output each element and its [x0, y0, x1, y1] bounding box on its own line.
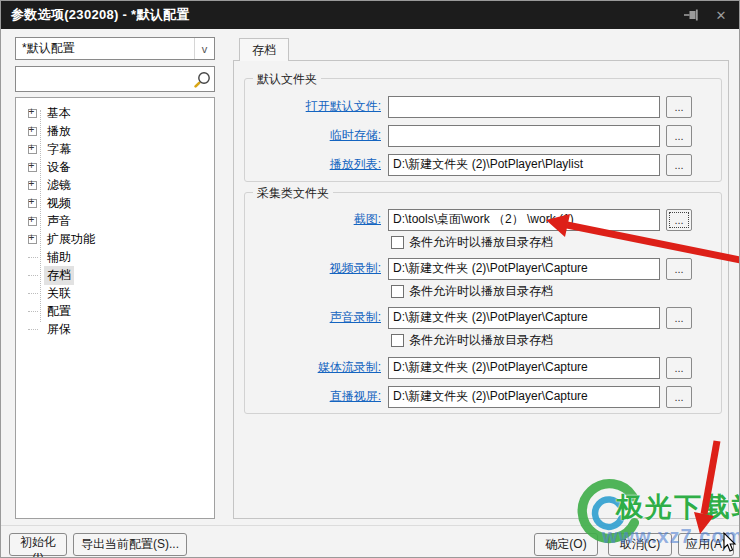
profile-dropdown-value: *默认配置 [16, 40, 194, 57]
cancel-button[interactable]: 取消(C) [608, 533, 672, 556]
archive-in-play-dir-checkbox[interactable] [391, 236, 404, 249]
tree-item-misc[interactable]: 辅助 [16, 248, 214, 266]
expand-plus-icon[interactable] [28, 235, 37, 244]
tab-storage[interactable]: 存档 [239, 38, 289, 61]
ok-button[interactable]: 确定(O) [534, 533, 598, 556]
tree-stub [28, 329, 38, 330]
tree-item-label: 设备 [44, 158, 74, 177]
tree-item-filters[interactable]: 滤镜 [16, 176, 214, 194]
open-default-file-input[interactable] [388, 96, 660, 118]
browse-button-live-screen[interactable]: ... [666, 386, 692, 408]
profile-dropdown[interactable]: *默认配置 v [15, 37, 215, 60]
audio-record-input[interactable] [388, 307, 660, 329]
chevron-down-icon: v [194, 38, 214, 59]
tree-item-label: 扩展功能 [44, 230, 98, 249]
archive-in-play-dir-checkbox[interactable] [391, 334, 404, 347]
pin-icon[interactable] [683, 7, 699, 23]
stream-record-link[interactable]: 媒体流录制: [245, 359, 381, 376]
browse-button-stream-record[interactable]: ... [666, 357, 692, 379]
expand-plus-icon[interactable] [28, 145, 37, 154]
screenshot-link[interactable]: 截图: [245, 211, 381, 228]
search-box [15, 66, 215, 92]
browse-button-screenshot[interactable]: ... [666, 209, 692, 231]
expand-plus-icon[interactable] [28, 109, 37, 118]
tree-stub [28, 311, 38, 312]
archive-in-play-dir-checkbox[interactable] [391, 285, 404, 298]
tree-stub [28, 257, 38, 258]
browse-button-video-record[interactable]: ... [666, 258, 692, 280]
tree-item-label: 辅助 [44, 248, 74, 267]
playlist-input[interactable] [388, 154, 660, 176]
tree-stub [28, 275, 38, 276]
checkbox-label: 条件允许时以播放目录存档 [409, 234, 553, 251]
tab-label: 存档 [252, 42, 276, 59]
tree-item-label: 声音 [44, 212, 74, 231]
initialize-button[interactable]: 初始化(I) [9, 533, 67, 556]
preferences-window: 参数选项(230208) - *默认配置 ✕ *默认配置 v [0, 0, 740, 558]
tree-item-audio[interactable]: 声音 [16, 212, 214, 230]
browse-button-temp-storage[interactable]: ... [666, 125, 692, 147]
tree-item-label: 播放 [44, 122, 74, 141]
tree-item-subtitles[interactable]: 字幕 [16, 140, 214, 158]
live-screen-link[interactable]: 直播视屏: [245, 388, 381, 405]
video-record-link[interactable]: 视频录制: [245, 260, 381, 277]
apply-button[interactable]: 应用(A) [678, 533, 734, 556]
open-default-file-link[interactable]: 打开默认文件: [245, 98, 381, 115]
group-title: 采集类文件夹 [253, 185, 333, 202]
tree-item-video[interactable]: 视频 [16, 194, 214, 212]
tree-item-basic[interactable]: 基本 [16, 104, 214, 122]
expand-plus-icon[interactable] [28, 163, 37, 172]
tree-item-label: 字幕 [44, 140, 74, 159]
browse-button-audio-record[interactable]: ... [666, 307, 692, 329]
screenshot-input[interactable] [388, 209, 660, 231]
temp-storage-input[interactable] [388, 125, 660, 147]
stream-record-input[interactable] [388, 357, 660, 379]
tree-item-label: 配置 [44, 302, 74, 321]
tree-item-label: 屏保 [44, 320, 74, 339]
tree-item-label: 视频 [44, 194, 74, 213]
video-record-archive-option[interactable]: 条件允许时以播放目录存档 [391, 283, 553, 299]
group-default-folders: 默认文件夹 打开默认文件: ... 临时存储: ... 播放列表: ... [244, 78, 722, 182]
tree-item-device[interactable]: 设备 [16, 158, 214, 176]
live-screen-input[interactable] [388, 386, 660, 408]
browse-button-playlist[interactable]: ... [666, 154, 692, 176]
checkbox-label: 条件允许时以播放目录存档 [409, 283, 553, 300]
tree-item-extensions[interactable]: 扩展功能 [16, 230, 214, 248]
tree-stub [28, 293, 38, 294]
screenshot-archive-option[interactable]: 条件允许时以播放目录存档 [391, 234, 553, 250]
search-icon[interactable] [190, 71, 214, 88]
tree-item-screensaver[interactable]: 屏保 [16, 320, 214, 338]
expand-plus-icon[interactable] [28, 127, 37, 136]
browse-button-open-default[interactable]: ... [666, 96, 692, 118]
settings-tree: 基本 播放 字幕 设备 滤镜 视频 [15, 97, 215, 519]
temp-storage-link[interactable]: 临时存储: [245, 127, 381, 144]
search-input[interactable] [16, 67, 190, 91]
checkbox-label: 条件允许时以播放目录存档 [409, 332, 553, 349]
tree-item-label: 基本 [44, 104, 74, 123]
tree-item-label: 滤镜 [44, 176, 74, 195]
group-capture-folders: 采集类文件夹 截图: ... 条件允许时以播放目录存档 视频录制: ... 条件… [244, 192, 722, 414]
expand-plus-icon[interactable] [28, 217, 37, 226]
storage-panel: 默认文件夹 打开默认文件: ... 临时存储: ... 播放列表: ... 采集… [233, 60, 729, 519]
tree-item-config[interactable]: 配置 [16, 302, 214, 320]
group-title: 默认文件夹 [253, 71, 321, 88]
close-icon[interactable]: ✕ [713, 7, 729, 23]
audio-record-link[interactable]: 声音录制: [245, 309, 381, 326]
tree-item-label: 存档 [44, 266, 74, 285]
video-record-input[interactable] [388, 258, 660, 280]
export-config-button[interactable]: 导出当前配置(S)... [73, 533, 187, 556]
tree-item-label: 关联 [44, 284, 74, 303]
footer-separator [1, 525, 740, 526]
titlebar: 参数选项(230208) - *默认配置 ✕ [1, 1, 739, 29]
window-title: 参数选项(230208) - *默认配置 [11, 6, 190, 24]
expand-plus-icon[interactable] [28, 181, 37, 190]
tree-item-storage[interactable]: 存档 [16, 266, 214, 284]
tree-item-playback[interactable]: 播放 [16, 122, 214, 140]
playlist-link[interactable]: 播放列表: [245, 156, 381, 173]
audio-record-archive-option[interactable]: 条件允许时以播放目录存档 [391, 332, 553, 348]
expand-plus-icon[interactable] [28, 199, 37, 208]
tree-item-association[interactable]: 关联 [16, 284, 214, 302]
